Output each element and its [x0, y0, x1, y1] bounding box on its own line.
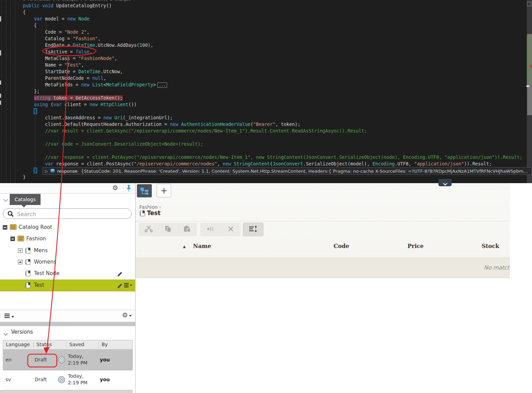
version-status: Draft	[35, 357, 47, 362]
version-saved-date: Today,	[68, 373, 84, 379]
code-lines: 0 references | 0 changes | 0 authors, 0 …	[0, 0, 526, 180]
code-line: 0 references | 0 changes | 0 authors, 0 …	[0, 0, 526, 2]
expander-icon[interactable]: ▷	[45, 169, 48, 173]
code-line	[0, 134, 526, 141]
divider	[136, 221, 510, 221]
tree-item-label: Test Node	[34, 270, 59, 276]
versions-column-header-language[interactable]: Language	[3, 342, 33, 349]
column-header-code[interactable]: Code	[334, 243, 349, 249]
version-row-en[interactable]: enDraftToday,2:19 PMyou	[3, 350, 133, 371]
current-version-icon	[58, 356, 66, 365]
tree-item-mens[interactable]: Mens	[0, 245, 135, 257]
node-icon	[25, 259, 31, 267]
context-menu-icon[interactable]	[124, 282, 132, 289]
tree-item-label: Test	[34, 282, 44, 288]
code-line	[0, 147, 526, 154]
tree-item-label: Catalog Root	[19, 224, 52, 230]
tree-item-fashion[interactable]: Fashion	[0, 233, 135, 245]
tree-item-test-node[interactable]: Test Node	[0, 268, 135, 280]
version-language: sv	[6, 377, 11, 382]
code-line: ParentNodeCode = null,	[0, 75, 526, 82]
gear-icon[interactable]: ⚙	[112, 185, 118, 191]
copy-icon[interactable]	[164, 225, 172, 234]
breadcrumb-item[interactable]: Fashion	[139, 204, 158, 210]
node-icon	[139, 210, 145, 218]
catalog-content-panel: + Fashion› Test ▲ Name Code Price Stock …	[136, 183, 510, 393]
global-menu-pulldown[interactable]	[438, 179, 452, 186]
debug-datatip[interactable]: ▷ response {StatusCode: 201, ReasonPhras…	[42, 167, 532, 175]
tree-item-womens[interactable]: Womens	[0, 256, 135, 268]
versions-column-header-by[interactable]: By	[98, 342, 121, 349]
code-line: //var result = client.GetAsync("/episerv…	[0, 128, 526, 134]
tab-catalogs[interactable]: Catalogs	[10, 194, 41, 205]
list-menu-icon[interactable]	[5, 313, 14, 320]
paste-icon[interactable]	[183, 225, 191, 234]
chevron-down-icon	[443, 183, 447, 186]
collapse-icon[interactable]	[3, 225, 7, 230]
code-line: public void UpdateCatalogEntry()	[0, 2, 526, 9]
magnifier-icon[interactable]	[527, 2, 531, 6]
tree-view-toggle-button[interactable]	[137, 184, 152, 197]
chevron-down-icon[interactable]	[3, 331, 8, 338]
version-row-sv[interactable]: svDraftToday,2:19 PMyou	[3, 370, 133, 390]
version-saved-time: 2:19 PM	[68, 360, 87, 366]
toolbar-divider	[123, 185, 123, 192]
panel-splitter[interactable]	[0, 322, 135, 326]
tree-item-label: Womens	[34, 259, 56, 265]
catalog-icon	[17, 236, 24, 243]
empty-results-text: No match	[484, 264, 510, 271]
edit-icon[interactable]	[116, 271, 123, 278]
tree-item-test[interactable]: Test	[0, 280, 135, 291]
code-line: var model = new Node	[0, 16, 526, 22]
search-input[interactable]	[16, 210, 122, 219]
expand-icon[interactable]	[18, 260, 23, 264]
tree-item-label: Mens	[34, 247, 48, 254]
expand-icon[interactable]	[18, 248, 23, 253]
catalog-icon	[10, 224, 17, 231]
version-author: you	[100, 377, 110, 382]
code-line: Code = "Node 2",	[0, 29, 526, 35]
delete-icon[interactable]	[228, 226, 234, 233]
sort-button[interactable]	[243, 223, 263, 236]
value-icon	[50, 169, 55, 174]
version-language: en	[6, 357, 12, 362]
sort-order-icon	[248, 225, 258, 234]
node-icon	[25, 282, 31, 290]
versions-scroll-strip[interactable]	[0, 390, 133, 393]
versions-column-header-status[interactable]: Status	[33, 342, 66, 349]
code-line: {	[0, 22, 526, 29]
code-line: //var node = JsonConvert.DeserializeObje…	[0, 141, 526, 147]
datatip-variable: response	[57, 169, 78, 174]
gear-menu-icon[interactable]: ⚙	[122, 312, 132, 319]
tree-item-catalog-root[interactable]: Catalog Root	[0, 222, 135, 233]
edit-icon[interactable]	[116, 282, 123, 290]
code-line: using (var client = new HttpClient())	[0, 101, 526, 108]
empty-results-row: No match	[136, 258, 510, 278]
pin-icon[interactable]	[126, 185, 131, 193]
code-line: //var response = client.PutAsync("/epise…	[0, 154, 526, 161]
versions-toolbar: ⚙	[0, 310, 135, 322]
sort-ascending-icon[interactable]: ▲	[183, 245, 186, 248]
code-editor[interactable]: 0 references | 0 changes | 0 authors, 0 …	[0, 0, 532, 183]
chevron-down-icon[interactable]	[3, 197, 8, 204]
code-line: string token = GetAccessToken();	[0, 95, 526, 101]
add-node-button[interactable]: +	[157, 184, 171, 197]
panel-toolbar: ⚙	[0, 183, 135, 194]
editor-scrollbar[interactable]	[527, 0, 532, 183]
content-background	[136, 278, 510, 393]
cut-icon[interactable]	[144, 225, 153, 234]
column-header-price[interactable]: Price	[408, 243, 424, 249]
change-track-mark	[527, 36, 529, 86]
clipboard-button-group	[139, 223, 197, 236]
column-header-name[interactable]: Name	[193, 243, 211, 249]
caret-track-mark	[526, 85, 529, 87]
current-version-icon	[58, 376, 66, 385]
move-icon[interactable]	[207, 226, 215, 233]
version-saved-date: Today,	[68, 353, 84, 359]
code-line: StartDate = DateTime.UtcNow,	[0, 68, 526, 75]
versions-column-header-saved[interactable]: Saved	[66, 342, 98, 349]
column-header-stock[interactable]: Stock	[482, 243, 499, 249]
version-author: you	[100, 357, 110, 362]
code-line: EndDate = DateTime.UtcNow.AddDays(100),	[0, 42, 526, 49]
collapse-icon[interactable]	[10, 237, 15, 241]
